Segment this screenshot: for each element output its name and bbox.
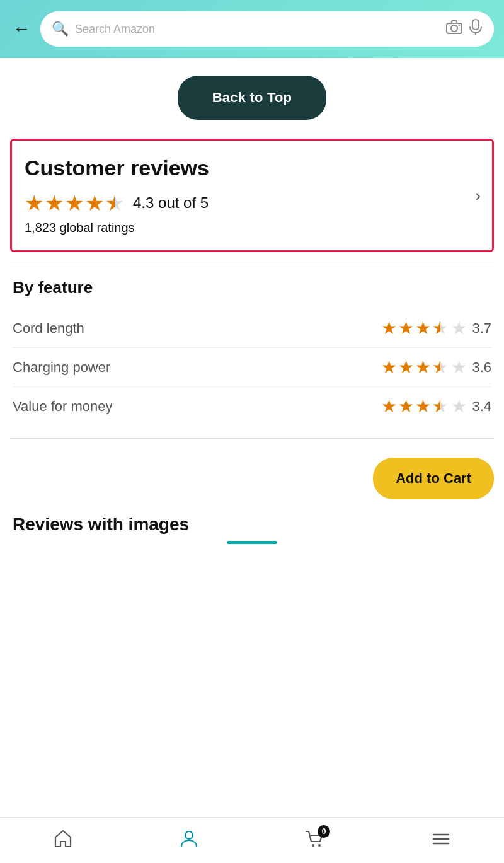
reviews-with-images-title: Reviews with images	[13, 514, 491, 535]
star-1: ★	[25, 190, 43, 216]
cart-wrap: 0	[305, 829, 325, 854]
header: ← 🔍 Search Amazon	[0, 0, 504, 58]
svg-point-8	[312, 844, 314, 847]
charging-star-1: ★	[381, 357, 397, 378]
menu-icon	[431, 829, 451, 854]
value-star-5: ★	[451, 396, 467, 417]
cord-star-2: ★	[398, 318, 414, 339]
bottom-indicator-wrap	[13, 541, 491, 544]
stars-charging-power: ★ ★ ★ ★ ★ ★	[381, 357, 467, 378]
rating-text: 4.3 out of 5	[133, 194, 209, 212]
bottom-indicator	[227, 541, 277, 544]
stars-large: ★ ★ ★ ★ ★ ★	[25, 190, 127, 216]
svg-rect-2	[452, 21, 457, 23]
divider-2	[10, 438, 494, 439]
cord-star-1: ★	[381, 318, 397, 339]
stars-cord-length: ★ ★ ★ ★ ★ ★	[381, 318, 467, 339]
mic-icon[interactable]	[469, 19, 483, 39]
camera-icon[interactable]	[446, 20, 462, 38]
reviews-title: Customer reviews	[25, 156, 479, 180]
charging-star-5: ★	[451, 357, 467, 378]
nav-account[interactable]	[179, 829, 199, 854]
svg-point-1	[451, 25, 457, 32]
feature-label-cord-length: Cord length	[13, 320, 84, 337]
cord-star-4-half: ★ ★	[432, 318, 450, 335]
svg-point-3	[459, 25, 460, 26]
back-to-top-button[interactable]: Back to Top	[178, 76, 326, 120]
search-input: Search Amazon	[75, 23, 440, 36]
charging-star-2: ★	[398, 357, 414, 378]
star-3: ★	[65, 190, 84, 216]
cord-length-score: 3.7	[472, 320, 491, 337]
feature-row-value-for-money[interactable]: Value for money ★ ★ ★ ★ ★ ★ 3.4	[13, 387, 491, 426]
chevron-right-icon[interactable]: ›	[475, 186, 481, 206]
by-feature-section: By feature Cord length ★ ★ ★ ★ ★ ★ 3.7 C…	[0, 278, 504, 426]
value-for-money-score: 3.4	[472, 398, 491, 415]
svg-point-7	[185, 831, 193, 839]
cord-star-5: ★	[451, 318, 467, 339]
stars-value-for-money: ★ ★ ★ ★ ★ ★	[381, 396, 467, 417]
value-star-2: ★	[398, 396, 414, 417]
back-to-top-section: Back to Top	[0, 58, 504, 132]
add-to-cart-wrap: Add to Cart	[0, 451, 504, 464]
svg-point-9	[318, 844, 321, 847]
cart-badge: 0	[318, 825, 330, 838]
account-icon	[179, 829, 199, 854]
feature-label-charging-power: Charging power	[13, 359, 110, 376]
feature-rating-cord-length: ★ ★ ★ ★ ★ ★ 3.7	[381, 318, 491, 339]
value-star-3: ★	[415, 396, 431, 417]
star-4: ★	[85, 190, 104, 216]
back-button[interactable]: ←	[10, 19, 33, 39]
feature-row-charging-power[interactable]: Charging power ★ ★ ★ ★ ★ ★ 3.6	[13, 348, 491, 387]
search-icon: 🔍	[52, 21, 69, 37]
add-to-cart-button[interactable]: Add to Cart	[373, 458, 494, 499]
global-ratings: 1,823 global ratings	[25, 221, 479, 235]
charging-star-3: ★	[415, 357, 431, 378]
back-icon: ←	[13, 19, 30, 39]
cord-star-3: ★	[415, 318, 431, 339]
divider-1	[10, 265, 494, 265]
feature-rating-value-for-money: ★ ★ ★ ★ ★ ★ 3.4	[381, 396, 491, 417]
search-bar[interactable]: 🔍 Search Amazon	[40, 11, 494, 47]
feature-row-cord-length[interactable]: Cord length ★ ★ ★ ★ ★ ★ 3.7	[13, 309, 491, 348]
svg-rect-4	[472, 20, 479, 30]
feature-label-value-for-money: Value for money	[13, 398, 113, 415]
bottom-nav: 0	[0, 817, 504, 863]
home-icon	[53, 829, 73, 854]
customer-reviews-card[interactable]: Customer reviews ★ ★ ★ ★ ★ ★ 4.3 out of …	[10, 139, 494, 252]
charging-star-4-half: ★ ★	[432, 357, 450, 374]
star-5-half: ★ ★	[105, 190, 127, 212]
feature-rating-charging-power: ★ ★ ★ ★ ★ ★ 3.6	[381, 357, 491, 378]
value-star-4-half: ★ ★	[432, 396, 450, 414]
star-2: ★	[45, 190, 64, 216]
by-feature-title: By feature	[13, 278, 491, 298]
rating-row: ★ ★ ★ ★ ★ ★ 4.3 out of 5	[25, 190, 479, 216]
nav-cart[interactable]: 0	[305, 829, 325, 854]
value-star-1: ★	[381, 396, 397, 417]
nav-home[interactable]	[53, 829, 73, 854]
charging-power-score: 3.6	[472, 359, 491, 376]
nav-menu[interactable]	[431, 829, 451, 854]
